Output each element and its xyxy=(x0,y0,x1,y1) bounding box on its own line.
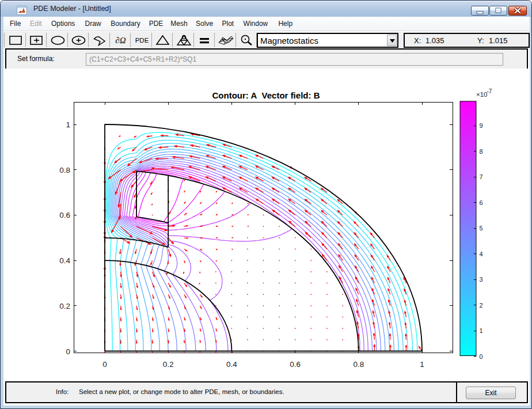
svg-text:0.8: 0.8 xyxy=(59,166,70,175)
svg-text:2: 2 xyxy=(480,302,483,309)
svg-text:0.8: 0.8 xyxy=(353,360,364,369)
svg-text:0.6: 0.6 xyxy=(290,360,301,369)
svg-text:∂Ω: ∂Ω xyxy=(115,36,126,45)
svg-text:4: 4 xyxy=(480,251,483,257)
svg-text:0: 0 xyxy=(102,360,107,369)
svg-text:0.4: 0.4 xyxy=(226,360,237,369)
svg-text:0.2: 0.2 xyxy=(163,360,174,369)
svg-text:1: 1 xyxy=(420,360,424,369)
svg-text:1: 1 xyxy=(66,120,70,129)
svg-text:0: 0 xyxy=(480,353,483,360)
svg-text:3: 3 xyxy=(480,276,483,283)
svg-text:-7: -7 xyxy=(487,88,492,94)
svg-text:7: 7 xyxy=(480,173,483,180)
svg-text:0: 0 xyxy=(66,347,70,356)
svg-text:8: 8 xyxy=(480,148,483,155)
svg-text:6: 6 xyxy=(480,199,483,206)
svg-text:5: 5 xyxy=(480,225,483,232)
svg-text:Contour: A Vector field: B: Contour: A Vector field: B xyxy=(212,90,320,100)
svg-text:×10: ×10 xyxy=(476,91,488,98)
svg-text:0.6: 0.6 xyxy=(59,211,70,219)
svg-text:0.2: 0.2 xyxy=(59,302,70,310)
svg-text:9: 9 xyxy=(480,122,483,129)
svg-text:1: 1 xyxy=(480,327,483,334)
svg-text:PDE: PDE xyxy=(135,37,149,44)
svg-text:0.4: 0.4 xyxy=(59,256,70,265)
